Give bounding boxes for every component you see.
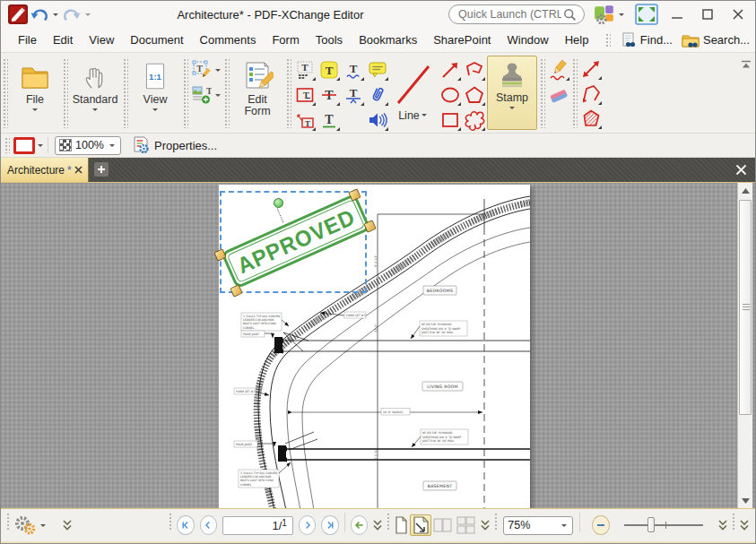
edit-form-button[interactable]: Edit Form bbox=[231, 56, 283, 130]
status-expand-left[interactable] bbox=[60, 514, 74, 536]
distance-tool[interactable] bbox=[578, 57, 603, 81]
strikeout-text-tool[interactable]: T bbox=[317, 82, 341, 107]
two-page-continuous-button[interactable] bbox=[455, 514, 478, 536]
stamp-tool-button[interactable]: Stamp bbox=[487, 56, 537, 130]
zoom-level-combo[interactable]: 75% bbox=[503, 516, 573, 535]
close-button[interactable] bbox=[725, 4, 752, 24]
menu-edit[interactable]: Edit bbox=[45, 30, 81, 50]
menu-form[interactable]: Form bbox=[264, 30, 307, 50]
attach-file-tool[interactable] bbox=[365, 82, 389, 107]
menu-comments[interactable]: Comments bbox=[192, 30, 265, 50]
toolbar-grip[interactable] bbox=[571, 57, 578, 128]
new-tab-button[interactable] bbox=[94, 162, 109, 177]
undo-button[interactable] bbox=[28, 4, 51, 25]
redo-dropdown-caret[interactable] bbox=[85, 13, 91, 19]
arrow-tool[interactable] bbox=[438, 57, 462, 82]
ui-options-caret[interactable] bbox=[619, 13, 624, 19]
toolbar-grip[interactable] bbox=[182, 57, 188, 128]
minimize-button[interactable] bbox=[664, 4, 691, 24]
zoom-slider-track[interactable] bbox=[624, 524, 703, 526]
tab-architecture[interactable]: Architecture * bbox=[1, 158, 89, 182]
perimeter-tool[interactable] bbox=[578, 82, 603, 105]
view-toolbar-button[interactable]: 1:1 View bbox=[130, 56, 180, 130]
text-box-tool[interactable]: T bbox=[292, 82, 317, 107]
typewriter-tool[interactable]: T bbox=[292, 57, 317, 82]
toolbar-grip[interactable] bbox=[493, 512, 499, 531]
find-button[interactable]: Find... bbox=[621, 32, 673, 48]
status-options-caret[interactable] bbox=[40, 524, 46, 530]
highlight-text-tool[interactable]: T bbox=[317, 57, 341, 82]
menu-bookmarks[interactable]: Bookmarks bbox=[351, 30, 425, 50]
fullscreen-button[interactable] bbox=[633, 4, 660, 25]
two-page-layout-button[interactable] bbox=[431, 514, 455, 536]
close-document-button[interactable] bbox=[727, 158, 755, 182]
file-toolbar-button[interactable]: File bbox=[10, 56, 60, 130]
toolbar-grip[interactable] bbox=[539, 57, 545, 128]
standard-toolbar-button[interactable]: Standard bbox=[70, 56, 120, 130]
scroll-down-button[interactable] bbox=[738, 493, 752, 508]
toolbar-grip[interactable] bbox=[62, 57, 68, 128]
select-annotation-caret[interactable] bbox=[215, 69, 221, 74]
replace-text-tool[interactable]: T bbox=[341, 82, 365, 107]
color-swatch-caret[interactable] bbox=[38, 144, 43, 150]
tab-close-button[interactable] bbox=[74, 163, 83, 177]
ellipse-tool[interactable] bbox=[438, 82, 462, 107]
toolbar-grip[interactable] bbox=[168, 512, 173, 531]
menu-window[interactable]: Window bbox=[499, 30, 556, 50]
squiggly-underline-tool[interactable]: T bbox=[341, 57, 365, 82]
menu-tools[interactable]: Tools bbox=[308, 30, 351, 50]
page-number-field[interactable]: 1/1 bbox=[222, 516, 293, 535]
toolbar-grip[interactable] bbox=[4, 136, 10, 153]
zoom-out-button[interactable] bbox=[592, 515, 609, 535]
menu-file[interactable]: File bbox=[10, 30, 45, 50]
undo-dropdown-caret[interactable] bbox=[53, 13, 58, 19]
stroke-color-swatch[interactable] bbox=[13, 137, 35, 154]
fit-width-layout-button[interactable] bbox=[410, 514, 431, 536]
stamp-rotation-handle[interactable] bbox=[274, 198, 283, 208]
scroll-up-button[interactable] bbox=[738, 183, 752, 198]
vertical-scrollbar[interactable] bbox=[737, 183, 752, 508]
eraser-tool[interactable] bbox=[546, 82, 570, 107]
toolbar-grip[interactable] bbox=[731, 512, 736, 531]
status-options-button[interactable] bbox=[12, 514, 39, 536]
scrollbar-thumb[interactable] bbox=[739, 200, 752, 415]
single-page-layout-button[interactable] bbox=[392, 514, 410, 536]
select-content-tool[interactable]: T bbox=[189, 82, 213, 107]
line-tool-button[interactable]: Line bbox=[390, 56, 437, 130]
callout-tool[interactable]: T bbox=[292, 108, 317, 132]
previous-page-button[interactable] bbox=[200, 515, 217, 535]
properties-button[interactable]: Properties... bbox=[132, 136, 217, 154]
toolbar-collapse-button[interactable] bbox=[739, 55, 753, 74]
toolbar-grip[interactable] bbox=[5, 512, 11, 531]
menu-view[interactable]: View bbox=[81, 30, 122, 50]
last-page-button[interactable] bbox=[321, 515, 338, 535]
toolbar-grip[interactable] bbox=[223, 57, 230, 128]
zoom-slider[interactable] bbox=[624, 524, 703, 526]
sticky-note-tool[interactable] bbox=[365, 57, 389, 82]
toolbar-grip[interactable] bbox=[2, 57, 8, 128]
status-expand-layout[interactable] bbox=[478, 514, 492, 536]
toolbar-grip[interactable] bbox=[604, 32, 611, 48]
zoom-slider-handle[interactable] bbox=[647, 517, 655, 532]
quick-launch-input[interactable] bbox=[456, 7, 563, 22]
polyline-tool[interactable] bbox=[462, 57, 486, 82]
next-page-button[interactable] bbox=[299, 515, 316, 535]
menu-sharepoint[interactable]: SharePoint bbox=[425, 30, 499, 50]
previous-view-button[interactable] bbox=[351, 515, 368, 535]
ui-options-button[interactable] bbox=[592, 4, 617, 25]
first-page-button[interactable] bbox=[177, 515, 194, 535]
polygon-tool[interactable] bbox=[462, 82, 486, 107]
quick-launch-box[interactable] bbox=[448, 4, 585, 24]
sound-tool[interactable] bbox=[365, 108, 389, 132]
status-expand-right[interactable] bbox=[737, 514, 752, 536]
toolbar-grip[interactable] bbox=[285, 57, 291, 128]
select-annotation-tool[interactable]: T bbox=[189, 57, 213, 82]
opacity-combo[interactable]: 100% bbox=[55, 136, 121, 155]
redo-button[interactable] bbox=[60, 4, 83, 25]
search-button[interactable]: Search... bbox=[682, 32, 750, 48]
pencil-tool[interactable] bbox=[546, 57, 570, 82]
select-content-caret[interactable] bbox=[215, 94, 221, 99]
cloud-tool[interactable] bbox=[462, 108, 486, 132]
underline-text-tool[interactable]: T bbox=[317, 108, 341, 132]
menu-document[interactable]: Document bbox=[122, 30, 191, 50]
